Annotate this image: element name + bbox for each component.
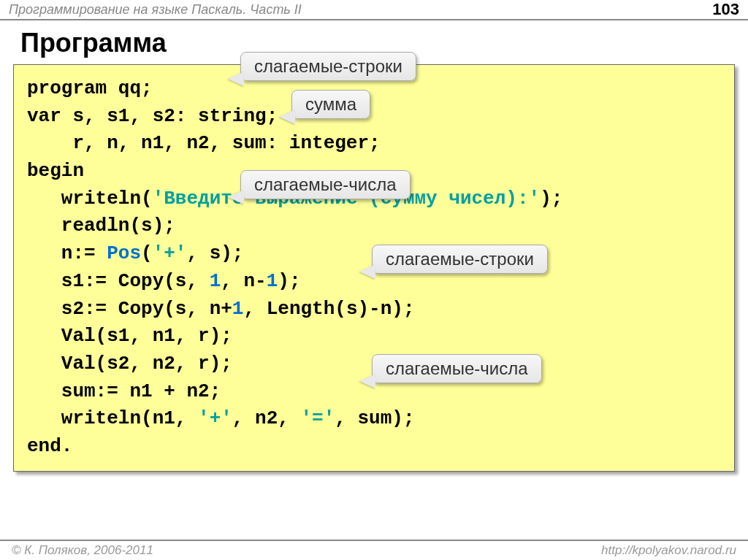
- course-title: Программирование на языке Паскаль. Часть…: [9, 2, 302, 18]
- code-line: r, n, n1, n2, sum: integer;: [27, 130, 721, 158]
- page-number: 103: [712, 0, 739, 19]
- footer-url: http://kpolyakov.narod.ru: [601, 543, 736, 558]
- code-line: Val(s1, n1, r);: [27, 323, 721, 350]
- callout-term-strings-1: слагаемые-строки: [240, 52, 416, 81]
- code-line: end.: [27, 433, 721, 461]
- callout-tail-icon: [359, 374, 375, 388]
- callout-term-strings-2: слагаемые-строки: [372, 245, 548, 274]
- callout-label: слагаемые-числа: [254, 174, 397, 194]
- code-line: writeln(n1, '+', n2, '=', sum);: [27, 405, 721, 433]
- callout-label: сумма: [305, 94, 356, 114]
- callout-tail-icon: [228, 190, 244, 204]
- code-line: readln(s);: [27, 212, 721, 240]
- page-header: Программирование на языке Паскаль. Часть…: [0, 0, 748, 20]
- callout-label: слагаемые-строки: [386, 249, 534, 269]
- callout-term-numbers-1: слагаемые-числа: [240, 170, 411, 199]
- code-line: var s, s1, s2: string;: [27, 103, 721, 131]
- code-line: s2:= Copy(s, n+1, Length(s)-n);: [27, 296, 721, 323]
- copyright: © К. Поляков, 2006-2011: [12, 543, 153, 558]
- callout-tail-icon: [359, 264, 375, 279]
- callout-sum: сумма: [291, 90, 370, 119]
- callout-label: слагаемые-строки: [254, 56, 402, 76]
- code-block: program qq; var s, s1, s2: string; r, n,…: [13, 64, 735, 472]
- callout-label: слагаемые-числа: [386, 358, 528, 378]
- callout-term-numbers-2: слагаемые-числа: [372, 354, 542, 383]
- page-footer: © К. Поляков, 2006-2011 http://kpolyakov…: [0, 540, 748, 560]
- callout-tail-icon: [279, 110, 295, 124]
- callout-tail-icon: [228, 72, 244, 86]
